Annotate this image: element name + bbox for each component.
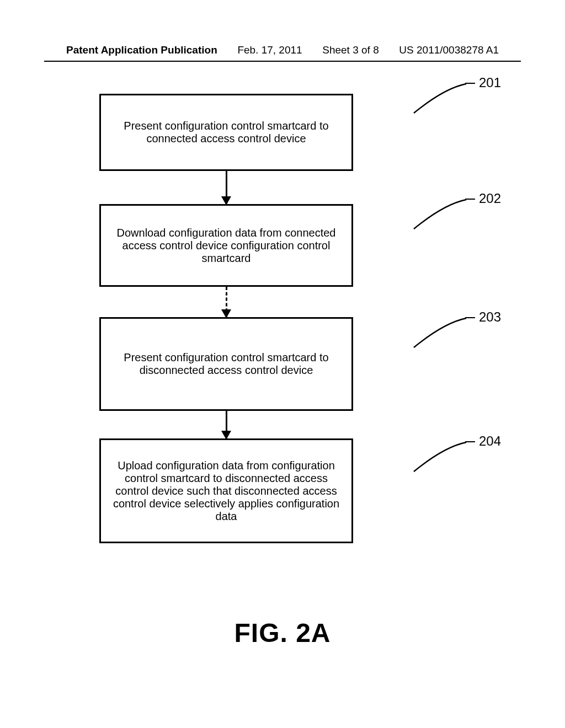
header-date: Feb. 17, 2011 <box>237 44 302 56</box>
flow-step-202: Download configuration data from connect… <box>99 204 353 287</box>
flow-step-204: Upload configuration data from configura… <box>99 438 353 543</box>
page-header: Patent Application Publication Feb. 17, … <box>0 44 565 56</box>
flow-step-203: Present configuration control smartcard … <box>99 317 353 411</box>
flow-step-text: Present configuration control smartcard … <box>111 351 342 377</box>
flow-step-text: Present configuration control smartcard … <box>111 120 342 145</box>
flow-step-201: Present configuration control smartcard … <box>99 94 353 171</box>
flow-arrow <box>99 411 353 438</box>
flowchart: Present configuration control smartcard … <box>77 94 419 543</box>
header-sheet: Sheet 3 of 8 <box>322 44 379 56</box>
header-publication: Patent Application Publication <box>66 44 217 56</box>
flow-arrow <box>99 171 353 204</box>
flow-arrow-dashed <box>99 287 353 317</box>
flow-step-text: Upload configuration data from configura… <box>111 459 342 523</box>
header-rule <box>44 61 521 62</box>
flow-step-text: Download configuration data from connect… <box>111 227 342 265</box>
figure-label: FIG. 2A <box>0 618 565 648</box>
header-pubno: US 2011/0038278 A1 <box>399 44 499 56</box>
